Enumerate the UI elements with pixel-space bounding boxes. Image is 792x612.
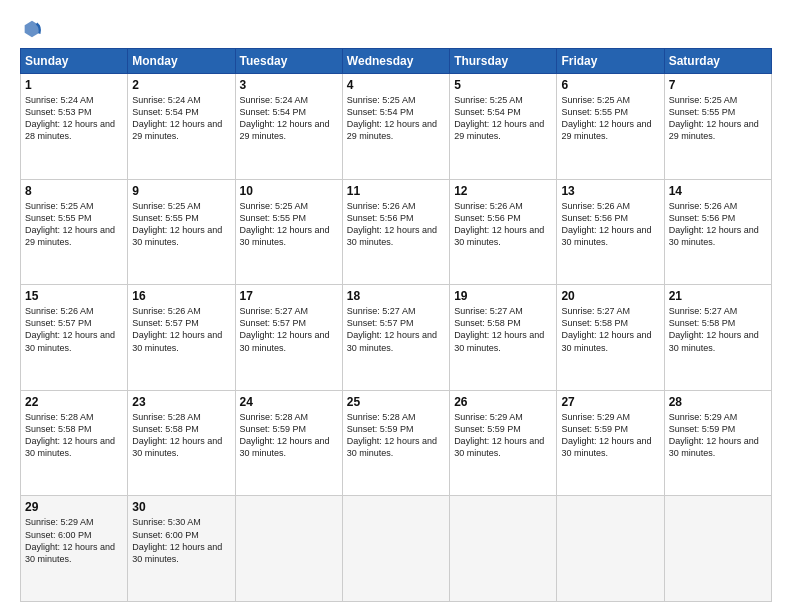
col-header-monday: Monday: [128, 49, 235, 74]
calendar-cell: 10Sunrise: 5:25 AMSunset: 5:55 PMDayligh…: [235, 179, 342, 285]
calendar-cell: 8Sunrise: 5:25 AMSunset: 5:55 PMDaylight…: [21, 179, 128, 285]
cell-details: Sunrise: 5:29 AMSunset: 5:59 PMDaylight:…: [561, 411, 659, 460]
col-header-sunday: Sunday: [21, 49, 128, 74]
calendar-cell: 1Sunrise: 5:24 AMSunset: 5:53 PMDaylight…: [21, 74, 128, 180]
cell-details: Sunrise: 5:30 AMSunset: 6:00 PMDaylight:…: [132, 516, 230, 565]
cell-details: Sunrise: 5:26 AMSunset: 5:56 PMDaylight:…: [561, 200, 659, 249]
day-number: 25: [347, 395, 445, 409]
day-number: 15: [25, 289, 123, 303]
cell-details: Sunrise: 5:25 AMSunset: 5:55 PMDaylight:…: [669, 94, 767, 143]
day-number: 23: [132, 395, 230, 409]
calendar-cell: 7Sunrise: 5:25 AMSunset: 5:55 PMDaylight…: [664, 74, 771, 180]
cell-details: Sunrise: 5:28 AMSunset: 5:58 PMDaylight:…: [25, 411, 123, 460]
cell-details: Sunrise: 5:25 AMSunset: 5:55 PMDaylight:…: [25, 200, 123, 249]
calendar-cell: 6Sunrise: 5:25 AMSunset: 5:55 PMDaylight…: [557, 74, 664, 180]
day-number: 17: [240, 289, 338, 303]
day-number: 6: [561, 78, 659, 92]
calendar-header: SundayMondayTuesdayWednesdayThursdayFrid…: [21, 49, 772, 74]
cell-details: Sunrise: 5:25 AMSunset: 5:55 PMDaylight:…: [132, 200, 230, 249]
logo-text: [20, 18, 44, 40]
day-number: 30: [132, 500, 230, 514]
day-number: 16: [132, 289, 230, 303]
calendar-cell: 2Sunrise: 5:24 AMSunset: 5:54 PMDaylight…: [128, 74, 235, 180]
calendar-cell: 23Sunrise: 5:28 AMSunset: 5:58 PMDayligh…: [128, 390, 235, 496]
calendar-cell: 28Sunrise: 5:29 AMSunset: 5:59 PMDayligh…: [664, 390, 771, 496]
logo: [20, 18, 44, 40]
cell-details: Sunrise: 5:29 AMSunset: 5:59 PMDaylight:…: [669, 411, 767, 460]
week-row: 1Sunrise: 5:24 AMSunset: 5:53 PMDaylight…: [21, 74, 772, 180]
calendar-cell: 15Sunrise: 5:26 AMSunset: 5:57 PMDayligh…: [21, 285, 128, 391]
calendar-cell: 12Sunrise: 5:26 AMSunset: 5:56 PMDayligh…: [450, 179, 557, 285]
cell-details: Sunrise: 5:28 AMSunset: 5:59 PMDaylight:…: [347, 411, 445, 460]
header: [20, 18, 772, 40]
calendar-cell: [664, 496, 771, 602]
calendar-cell: 9Sunrise: 5:25 AMSunset: 5:55 PMDaylight…: [128, 179, 235, 285]
cell-details: Sunrise: 5:25 AMSunset: 5:54 PMDaylight:…: [347, 94, 445, 143]
week-row: 8Sunrise: 5:25 AMSunset: 5:55 PMDaylight…: [21, 179, 772, 285]
day-number: 11: [347, 184, 445, 198]
calendar-cell: 19Sunrise: 5:27 AMSunset: 5:58 PMDayligh…: [450, 285, 557, 391]
calendar-cell: 30Sunrise: 5:30 AMSunset: 6:00 PMDayligh…: [128, 496, 235, 602]
calendar-cell: 3Sunrise: 5:24 AMSunset: 5:54 PMDaylight…: [235, 74, 342, 180]
col-header-friday: Friday: [557, 49, 664, 74]
day-number: 14: [669, 184, 767, 198]
cell-details: Sunrise: 5:24 AMSunset: 5:53 PMDaylight:…: [25, 94, 123, 143]
day-number: 20: [561, 289, 659, 303]
header-row: SundayMondayTuesdayWednesdayThursdayFrid…: [21, 49, 772, 74]
cell-details: Sunrise: 5:29 AMSunset: 5:59 PMDaylight:…: [454, 411, 552, 460]
week-row: 29Sunrise: 5:29 AMSunset: 6:00 PMDayligh…: [21, 496, 772, 602]
week-row: 22Sunrise: 5:28 AMSunset: 5:58 PMDayligh…: [21, 390, 772, 496]
cell-details: Sunrise: 5:26 AMSunset: 5:57 PMDaylight:…: [25, 305, 123, 354]
cell-details: Sunrise: 5:25 AMSunset: 5:54 PMDaylight:…: [454, 94, 552, 143]
cell-details: Sunrise: 5:26 AMSunset: 5:56 PMDaylight:…: [669, 200, 767, 249]
day-number: 9: [132, 184, 230, 198]
day-number: 10: [240, 184, 338, 198]
calendar-cell: 25Sunrise: 5:28 AMSunset: 5:59 PMDayligh…: [342, 390, 449, 496]
cell-details: Sunrise: 5:25 AMSunset: 5:55 PMDaylight:…: [561, 94, 659, 143]
calendar-cell: 29Sunrise: 5:29 AMSunset: 6:00 PMDayligh…: [21, 496, 128, 602]
calendar-cell: 22Sunrise: 5:28 AMSunset: 5:58 PMDayligh…: [21, 390, 128, 496]
day-number: 8: [25, 184, 123, 198]
calendar-cell: 20Sunrise: 5:27 AMSunset: 5:58 PMDayligh…: [557, 285, 664, 391]
day-number: 12: [454, 184, 552, 198]
cell-details: Sunrise: 5:24 AMSunset: 5:54 PMDaylight:…: [132, 94, 230, 143]
calendar-cell: [557, 496, 664, 602]
cell-details: Sunrise: 5:26 AMSunset: 5:57 PMDaylight:…: [132, 305, 230, 354]
cell-details: Sunrise: 5:29 AMSunset: 6:00 PMDaylight:…: [25, 516, 123, 565]
cell-details: Sunrise: 5:27 AMSunset: 5:58 PMDaylight:…: [561, 305, 659, 354]
cell-details: Sunrise: 5:25 AMSunset: 5:55 PMDaylight:…: [240, 200, 338, 249]
calendar-cell: 11Sunrise: 5:26 AMSunset: 5:56 PMDayligh…: [342, 179, 449, 285]
calendar-cell: 26Sunrise: 5:29 AMSunset: 5:59 PMDayligh…: [450, 390, 557, 496]
cell-details: Sunrise: 5:27 AMSunset: 5:57 PMDaylight:…: [347, 305, 445, 354]
day-number: 24: [240, 395, 338, 409]
logo-icon: [21, 18, 43, 40]
calendar-cell: [450, 496, 557, 602]
calendar-cell: 5Sunrise: 5:25 AMSunset: 5:54 PMDaylight…: [450, 74, 557, 180]
calendar-cell: 17Sunrise: 5:27 AMSunset: 5:57 PMDayligh…: [235, 285, 342, 391]
cell-details: Sunrise: 5:28 AMSunset: 5:59 PMDaylight:…: [240, 411, 338, 460]
calendar-cell: 14Sunrise: 5:26 AMSunset: 5:56 PMDayligh…: [664, 179, 771, 285]
col-header-saturday: Saturday: [664, 49, 771, 74]
cell-details: Sunrise: 5:27 AMSunset: 5:57 PMDaylight:…: [240, 305, 338, 354]
day-number: 2: [132, 78, 230, 92]
day-number: 21: [669, 289, 767, 303]
calendar-cell: 21Sunrise: 5:27 AMSunset: 5:58 PMDayligh…: [664, 285, 771, 391]
calendar-cell: 24Sunrise: 5:28 AMSunset: 5:59 PMDayligh…: [235, 390, 342, 496]
cell-details: Sunrise: 5:28 AMSunset: 5:58 PMDaylight:…: [132, 411, 230, 460]
page: SundayMondayTuesdayWednesdayThursdayFrid…: [0, 0, 792, 612]
day-number: 4: [347, 78, 445, 92]
cell-details: Sunrise: 5:27 AMSunset: 5:58 PMDaylight:…: [669, 305, 767, 354]
calendar-cell: 13Sunrise: 5:26 AMSunset: 5:56 PMDayligh…: [557, 179, 664, 285]
day-number: 7: [669, 78, 767, 92]
calendar-cell: 18Sunrise: 5:27 AMSunset: 5:57 PMDayligh…: [342, 285, 449, 391]
day-number: 28: [669, 395, 767, 409]
calendar-cell: 27Sunrise: 5:29 AMSunset: 5:59 PMDayligh…: [557, 390, 664, 496]
col-header-wednesday: Wednesday: [342, 49, 449, 74]
calendar-cell: [342, 496, 449, 602]
day-number: 19: [454, 289, 552, 303]
day-number: 18: [347, 289, 445, 303]
calendar-cell: 4Sunrise: 5:25 AMSunset: 5:54 PMDaylight…: [342, 74, 449, 180]
day-number: 5: [454, 78, 552, 92]
week-row: 15Sunrise: 5:26 AMSunset: 5:57 PMDayligh…: [21, 285, 772, 391]
cell-details: Sunrise: 5:26 AMSunset: 5:56 PMDaylight:…: [454, 200, 552, 249]
